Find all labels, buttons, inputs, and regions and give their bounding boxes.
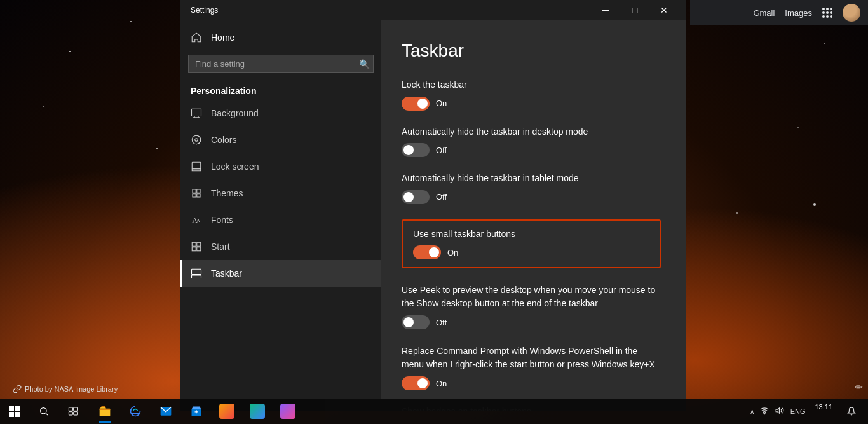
photo-credit-text: Photo by NASA Image Library xyxy=(25,385,118,393)
auto-hide-desktop-state: Off xyxy=(436,146,447,155)
sidebar-item-fonts[interactable]: A A Fonts xyxy=(180,207,381,233)
lock-taskbar-state: On xyxy=(436,99,447,108)
search-button[interactable]: 🔍 xyxy=(359,59,370,69)
taskbar-app-store[interactable] xyxy=(182,399,211,424)
photo-credit-link[interactable]: Photo by NASA Image Library xyxy=(13,385,118,393)
explorer-icon xyxy=(98,405,111,418)
language-indicator[interactable]: ENG xyxy=(789,407,808,415)
task-view-icon xyxy=(68,406,78,416)
browser-toolbar: Gmail Images xyxy=(690,0,868,25)
small-buttons-label: Use small taskbar buttons xyxy=(413,228,649,241)
title-bar: Settings ─ □ ✕ xyxy=(180,0,686,20)
svg-rect-6 xyxy=(192,242,196,246)
powershell-state: On xyxy=(436,379,447,388)
search-input[interactable] xyxy=(188,55,374,73)
taskbar-app-extra2[interactable] xyxy=(243,399,272,424)
taskbar-search-button[interactable] xyxy=(29,399,58,424)
images-link[interactable]: Images xyxy=(785,8,812,18)
search-box: 🔍 xyxy=(188,55,374,73)
link-icon xyxy=(13,385,22,393)
colors-label: Colors xyxy=(211,135,236,145)
google-apps-icon[interactable] xyxy=(822,8,832,18)
taskbar-app-extra1[interactable] xyxy=(212,399,241,424)
svg-rect-3 xyxy=(192,162,201,169)
taskbar-icon xyxy=(191,268,202,279)
lock-taskbar-toggle-row: On xyxy=(402,97,661,111)
setting-peek: Use Peek to preview the desktop when you… xyxy=(402,284,661,329)
setting-auto-hide-tablet: Automatically hide the taskbar in tablet… xyxy=(402,172,661,204)
minimize-button[interactable]: ─ xyxy=(591,0,620,20)
maximize-button[interactable]: □ xyxy=(620,0,649,20)
gmail-link[interactable]: Gmail xyxy=(753,8,775,18)
edit-desktop-button[interactable]: ✏ xyxy=(855,382,863,392)
powershell-toggle-row: On xyxy=(402,376,661,390)
windows-logo xyxy=(9,406,20,417)
search-icon xyxy=(39,406,49,416)
auto-hide-tablet-toggle-row: Off xyxy=(402,190,661,204)
start-icon xyxy=(191,241,202,252)
taskbar-app-explorer[interactable] xyxy=(90,399,119,424)
taskbar-bar: ∧ ENG 13:11 ‎ xyxy=(0,399,868,424)
powershell-toggle[interactable] xyxy=(402,376,430,390)
lock-taskbar-label: Lock the taskbar xyxy=(402,79,661,92)
content-area: Taskbar Lock the taskbar On Automaticall… xyxy=(381,20,686,411)
background-icon xyxy=(191,107,202,119)
window-controls: ─ □ ✕ xyxy=(591,0,679,20)
svg-rect-7 xyxy=(197,242,201,246)
notification-icon xyxy=(847,407,856,416)
svg-rect-13 xyxy=(69,407,72,411)
window-body: Home 🔍 Personalization Background xyxy=(180,20,686,411)
lock-screen-label: Lock screen xyxy=(211,161,259,172)
lock-taskbar-toggle[interactable] xyxy=(402,97,430,111)
home-label: Home xyxy=(211,32,234,43)
edge-icon xyxy=(129,405,142,418)
fonts-icon: A A xyxy=(191,214,202,226)
tray-expand-button[interactable]: ∧ xyxy=(749,408,756,415)
task-view-button[interactable] xyxy=(58,399,88,424)
auto-hide-desktop-toggle[interactable] xyxy=(402,143,430,157)
peek-toggle-row: Off xyxy=(402,315,661,329)
taskbar-app-edge[interactable] xyxy=(121,399,150,424)
volume-icon[interactable] xyxy=(773,406,786,417)
section-label: Personalization xyxy=(180,78,381,100)
sidebar-home[interactable]: Home xyxy=(180,25,381,50)
themes-label: Themes xyxy=(211,188,243,198)
taskbar-app-mail[interactable] xyxy=(151,399,180,424)
small-buttons-toggle[interactable] xyxy=(413,245,441,259)
auto-hide-tablet-toggle[interactable] xyxy=(402,190,430,204)
sidebar-item-start[interactable]: Start xyxy=(180,233,381,260)
setting-lock-taskbar: Lock the taskbar On xyxy=(402,79,661,111)
auto-hide-desktop-label: Automatically hide the taskbar in deskto… xyxy=(402,126,661,139)
peek-toggle[interactable] xyxy=(402,315,430,329)
system-tray: ∧ ENG 13:11 ‎ xyxy=(749,399,868,424)
sidebar-item-colors[interactable]: Colors xyxy=(180,127,381,153)
svg-rect-14 xyxy=(74,407,78,411)
mail-icon xyxy=(159,405,172,418)
taskbar-label: Taskbar xyxy=(211,268,242,278)
start-button[interactable] xyxy=(0,399,29,424)
network-icon[interactable] xyxy=(758,406,771,417)
svg-point-2 xyxy=(195,139,198,142)
setting-small-buttons-highlighted: Use small taskbar buttons On xyxy=(402,219,661,269)
page-title: Taskbar xyxy=(402,41,661,61)
taskbar-app-extra3[interactable] xyxy=(273,399,302,424)
close-button[interactable]: ✕ xyxy=(649,0,679,20)
extra-app-3-icon xyxy=(280,404,295,419)
notification-center-button[interactable] xyxy=(840,399,863,424)
clock[interactable]: 13:11 ‎ xyxy=(810,402,837,420)
sidebar-item-background[interactable]: Background xyxy=(180,100,381,127)
peek-state: Off xyxy=(436,318,447,327)
svg-point-12 xyxy=(41,408,46,414)
sidebar-item-themes[interactable]: Themes xyxy=(180,180,381,207)
auto-hide-desktop-toggle-row: Off xyxy=(402,143,661,157)
svg-text:A: A xyxy=(196,218,200,224)
user-avatar[interactable] xyxy=(843,4,860,22)
auto-hide-tablet-state: Off xyxy=(436,192,447,202)
svg-rect-9 xyxy=(197,247,201,251)
home-icon xyxy=(191,32,202,43)
sidebar-item-taskbar[interactable]: Taskbar xyxy=(180,260,381,287)
start-label: Start xyxy=(211,242,230,252)
auto-hide-tablet-label: Automatically hide the taskbar in tablet… xyxy=(402,172,661,185)
themes-icon xyxy=(191,188,202,199)
sidebar-item-lock-screen[interactable]: Lock screen xyxy=(180,153,381,180)
